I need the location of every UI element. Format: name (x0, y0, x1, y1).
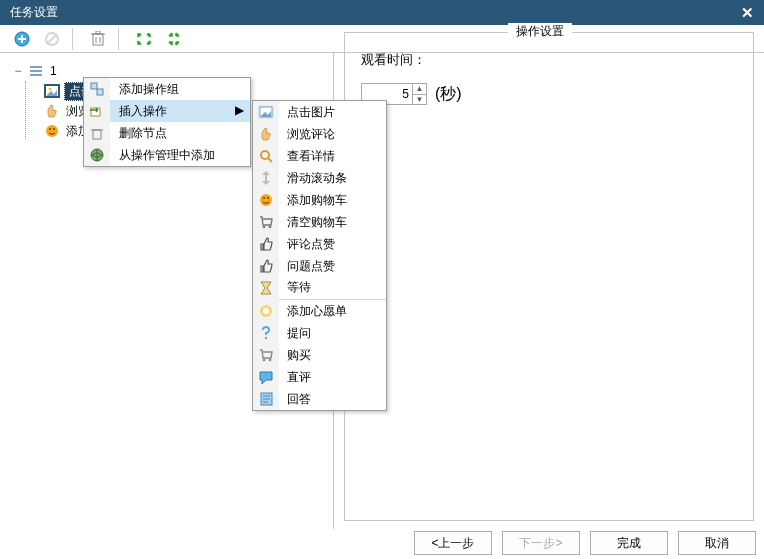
next-button: 下一步> (502, 531, 580, 555)
submenu-item-icon (253, 388, 279, 410)
submenu-item-label: 添加购物车 (279, 189, 386, 211)
svg-rect-8 (30, 66, 42, 68)
submenu-item-icon (253, 145, 279, 167)
submenu-item[interactable]: 添加心愿单 (253, 300, 386, 322)
svg-line-2 (47, 34, 57, 44)
submenu-item-icon (253, 189, 279, 211)
submenu-item-label: 添加心愿单 (279, 300, 386, 322)
submenu-item-label: 查看详情 (279, 145, 386, 167)
submenu-item-icon (253, 101, 279, 123)
close-icon[interactable]: ✕ (741, 4, 754, 22)
view-time-label: 观看时间： (361, 51, 737, 69)
submenu-item-label: 评论点赞 (279, 233, 386, 255)
svg-point-16 (53, 128, 55, 130)
submenu-item[interactable]: 直评 (253, 366, 386, 388)
submenu-item-icon (253, 300, 279, 322)
prev-button[interactable]: <上一步 (414, 531, 492, 555)
svg-point-29 (267, 197, 269, 199)
submenu-item-label: 购买 (279, 344, 386, 366)
svg-point-15 (49, 128, 51, 130)
submenu-item-label: 回答 (279, 388, 386, 410)
menu-label: 删除节点 (111, 122, 250, 144)
collapse-icon[interactable] (160, 27, 188, 51)
menu-insert-operation[interactable]: 插入操作▶ (84, 100, 250, 122)
menu-label: 添加操作组 (111, 78, 250, 100)
unit-label: (秒) (435, 84, 462, 105)
view-time-row: ▲ ▼ (秒) (361, 83, 737, 105)
submenu-arrow-icon: ▶ (235, 103, 244, 117)
svg-point-28 (263, 197, 265, 199)
svg-rect-19 (91, 108, 100, 116)
toolbar-separator (72, 28, 78, 50)
submenu-item-icon (253, 277, 279, 299)
collapse-toggle-icon[interactable]: − (12, 64, 24, 78)
svg-line-26 (268, 158, 272, 162)
submenu-item-icon (253, 322, 279, 344)
submenu-item[interactable]: 问题点赞 (253, 255, 386, 277)
svg-rect-9 (30, 70, 42, 72)
svg-rect-7 (96, 31, 100, 34)
svg-point-35 (263, 359, 266, 362)
submenu-item-icon (253, 123, 279, 145)
svg-point-30 (263, 226, 266, 229)
settings-fieldset: 观看时间： ▲ ▼ (秒) (344, 32, 754, 521)
expand-icon[interactable] (130, 27, 158, 51)
submenu-item-icon (253, 167, 279, 189)
spinner-up-icon[interactable]: ▲ (413, 84, 426, 95)
svg-rect-18 (97, 89, 103, 95)
submenu-item[interactable]: 提问 (253, 322, 386, 344)
insert-icon (84, 100, 110, 122)
menu-add-group[interactable]: 添加操作组 (84, 78, 250, 100)
submenu-item-icon (253, 366, 279, 388)
submenu-item[interactable]: 购买 (253, 344, 386, 366)
submenu-item-icon (253, 344, 279, 366)
submenu-item-label: 等待 (279, 277, 386, 299)
cancel-button[interactable]: 取消 (678, 531, 756, 555)
menu-label: 从操作管理中添加 (111, 144, 250, 166)
submenu-item-label: 问题点赞 (279, 255, 386, 277)
trash-icon (84, 122, 110, 144)
add-group-icon (84, 78, 110, 100)
submenu-item[interactable]: 回答 (253, 388, 386, 410)
menu-add-from-manager[interactable]: 从操作管理中添加 (84, 144, 250, 166)
submenu-item[interactable]: 评论点赞 (253, 233, 386, 255)
tree-root-label: 1 (48, 64, 59, 78)
hand-icon (44, 103, 60, 119)
submenu-item[interactable]: 添加购物车 (253, 189, 386, 211)
menu-delete-node[interactable]: 删除节点 (84, 122, 250, 144)
add-button[interactable] (8, 27, 36, 51)
submenu-item[interactable]: 点击图片 (253, 101, 386, 123)
submenu-item-label: 点击图片 (279, 101, 386, 123)
svg-point-13 (49, 88, 52, 91)
disabled-button (38, 27, 66, 51)
spinner-down-icon[interactable]: ▼ (413, 95, 426, 105)
svg-rect-3 (93, 34, 103, 45)
svg-point-25 (261, 151, 269, 159)
svg-point-36 (269, 359, 272, 362)
submenu-item-icon (253, 255, 279, 277)
svg-point-14 (46, 125, 58, 137)
submenu-item-label: 提问 (279, 322, 386, 344)
submenu-item[interactable]: 滑动滚动条 (253, 167, 386, 189)
context-submenu: 点击图片浏览评论查看详情滑动滚动条添加购物车清空购物车评论点赞问题点赞等待添加心… (252, 100, 387, 411)
emoji-icon (44, 123, 60, 139)
title-bar: 任务设置 ✕ (0, 0, 764, 25)
svg-point-27 (260, 194, 272, 206)
submenu-item-label: 滑动滚动条 (279, 167, 386, 189)
delete-button[interactable] (84, 27, 112, 51)
window-title: 任务设置 (10, 4, 58, 21)
svg-rect-20 (93, 130, 101, 139)
submenu-item[interactable]: 等待 (253, 277, 386, 299)
submenu-item-icon (253, 211, 279, 233)
svg-point-33 (263, 308, 269, 314)
toolbar-separator (118, 28, 124, 50)
submenu-item-label: 清空购物车 (279, 211, 386, 233)
submenu-item[interactable]: 浏览评论 (253, 123, 386, 145)
submenu-item-icon (253, 233, 279, 255)
svg-rect-10 (30, 74, 42, 76)
wizard-buttons: <上一步 下一步> 完成 取消 (414, 531, 756, 555)
submenu-item[interactable]: 清空购物车 (253, 211, 386, 233)
submenu-item[interactable]: 查看详情 (253, 145, 386, 167)
finish-button[interactable]: 完成 (590, 531, 668, 555)
submenu-item-label: 浏览评论 (279, 123, 386, 145)
